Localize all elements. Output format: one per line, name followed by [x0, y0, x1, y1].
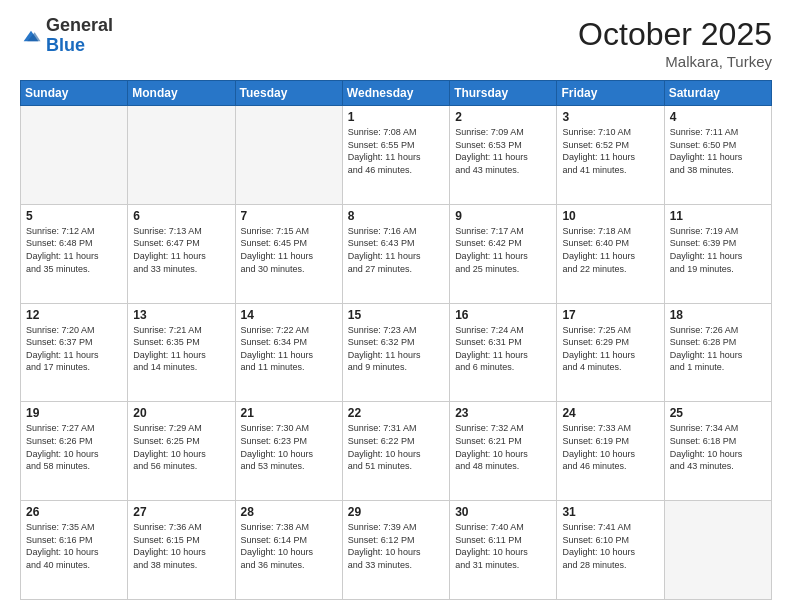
- calendar-cell: 12Sunrise: 7:20 AM Sunset: 6:37 PM Dayli…: [21, 303, 128, 402]
- day-info: Sunrise: 7:36 AM Sunset: 6:15 PM Dayligh…: [133, 521, 229, 571]
- day-info: Sunrise: 7:33 AM Sunset: 6:19 PM Dayligh…: [562, 422, 658, 472]
- calendar-cell: 14Sunrise: 7:22 AM Sunset: 6:34 PM Dayli…: [235, 303, 342, 402]
- day-info: Sunrise: 7:21 AM Sunset: 6:35 PM Dayligh…: [133, 324, 229, 374]
- calendar-cell: 27Sunrise: 7:36 AM Sunset: 6:15 PM Dayli…: [128, 501, 235, 600]
- calendar-table: SundayMondayTuesdayWednesdayThursdayFrid…: [20, 80, 772, 600]
- day-number: 20: [133, 406, 229, 420]
- day-number: 7: [241, 209, 337, 223]
- day-number: 28: [241, 505, 337, 519]
- calendar-cell: 26Sunrise: 7:35 AM Sunset: 6:16 PM Dayli…: [21, 501, 128, 600]
- calendar-cell: 3Sunrise: 7:10 AM Sunset: 6:52 PM Daylig…: [557, 106, 664, 205]
- calendar-cell: [235, 106, 342, 205]
- calendar-cell: [664, 501, 771, 600]
- day-info: Sunrise: 7:39 AM Sunset: 6:12 PM Dayligh…: [348, 521, 444, 571]
- day-info: Sunrise: 7:22 AM Sunset: 6:34 PM Dayligh…: [241, 324, 337, 374]
- day-number: 22: [348, 406, 444, 420]
- day-number: 13: [133, 308, 229, 322]
- day-number: 18: [670, 308, 766, 322]
- day-info: Sunrise: 7:25 AM Sunset: 6:29 PM Dayligh…: [562, 324, 658, 374]
- day-number: 4: [670, 110, 766, 124]
- calendar-cell: [21, 106, 128, 205]
- calendar-cell: 28Sunrise: 7:38 AM Sunset: 6:14 PM Dayli…: [235, 501, 342, 600]
- day-info: Sunrise: 7:40 AM Sunset: 6:11 PM Dayligh…: [455, 521, 551, 571]
- page: General Blue October 2025 Malkara, Turke…: [0, 0, 792, 612]
- day-number: 26: [26, 505, 122, 519]
- day-number: 14: [241, 308, 337, 322]
- day-info: Sunrise: 7:41 AM Sunset: 6:10 PM Dayligh…: [562, 521, 658, 571]
- day-number: 8: [348, 209, 444, 223]
- calendar-cell: 13Sunrise: 7:21 AM Sunset: 6:35 PM Dayli…: [128, 303, 235, 402]
- day-info: Sunrise: 7:26 AM Sunset: 6:28 PM Dayligh…: [670, 324, 766, 374]
- logo-blue-text: Blue: [46, 36, 113, 56]
- day-number: 23: [455, 406, 551, 420]
- day-number: 24: [562, 406, 658, 420]
- col-header-tuesday: Tuesday: [235, 81, 342, 106]
- day-info: Sunrise: 7:38 AM Sunset: 6:14 PM Dayligh…: [241, 521, 337, 571]
- day-number: 16: [455, 308, 551, 322]
- day-info: Sunrise: 7:31 AM Sunset: 6:22 PM Dayligh…: [348, 422, 444, 472]
- day-info: Sunrise: 7:32 AM Sunset: 6:21 PM Dayligh…: [455, 422, 551, 472]
- day-number: 15: [348, 308, 444, 322]
- month-title: October 2025: [578, 16, 772, 53]
- location: Malkara, Turkey: [578, 53, 772, 70]
- col-header-monday: Monday: [128, 81, 235, 106]
- calendar-cell: [128, 106, 235, 205]
- calendar-week-row: 1Sunrise: 7:08 AM Sunset: 6:55 PM Daylig…: [21, 106, 772, 205]
- day-number: 21: [241, 406, 337, 420]
- calendar-cell: 2Sunrise: 7:09 AM Sunset: 6:53 PM Daylig…: [450, 106, 557, 205]
- day-number: 31: [562, 505, 658, 519]
- calendar-cell: 8Sunrise: 7:16 AM Sunset: 6:43 PM Daylig…: [342, 204, 449, 303]
- col-header-friday: Friday: [557, 81, 664, 106]
- logo: General Blue: [20, 16, 113, 56]
- day-number: 29: [348, 505, 444, 519]
- calendar-week-row: 26Sunrise: 7:35 AM Sunset: 6:16 PM Dayli…: [21, 501, 772, 600]
- day-number: 6: [133, 209, 229, 223]
- col-header-sunday: Sunday: [21, 81, 128, 106]
- day-info: Sunrise: 7:17 AM Sunset: 6:42 PM Dayligh…: [455, 225, 551, 275]
- title-block: October 2025 Malkara, Turkey: [578, 16, 772, 70]
- calendar-cell: 10Sunrise: 7:18 AM Sunset: 6:40 PM Dayli…: [557, 204, 664, 303]
- day-info: Sunrise: 7:10 AM Sunset: 6:52 PM Dayligh…: [562, 126, 658, 176]
- calendar-cell: 5Sunrise: 7:12 AM Sunset: 6:48 PM Daylig…: [21, 204, 128, 303]
- day-number: 5: [26, 209, 122, 223]
- calendar-cell: 19Sunrise: 7:27 AM Sunset: 6:26 PM Dayli…: [21, 402, 128, 501]
- calendar-cell: 16Sunrise: 7:24 AM Sunset: 6:31 PM Dayli…: [450, 303, 557, 402]
- day-info: Sunrise: 7:12 AM Sunset: 6:48 PM Dayligh…: [26, 225, 122, 275]
- logo-text: General Blue: [46, 16, 113, 56]
- day-info: Sunrise: 7:24 AM Sunset: 6:31 PM Dayligh…: [455, 324, 551, 374]
- day-info: Sunrise: 7:09 AM Sunset: 6:53 PM Dayligh…: [455, 126, 551, 176]
- calendar-cell: 17Sunrise: 7:25 AM Sunset: 6:29 PM Dayli…: [557, 303, 664, 402]
- col-header-saturday: Saturday: [664, 81, 771, 106]
- day-number: 17: [562, 308, 658, 322]
- calendar-cell: 7Sunrise: 7:15 AM Sunset: 6:45 PM Daylig…: [235, 204, 342, 303]
- calendar-cell: 23Sunrise: 7:32 AM Sunset: 6:21 PM Dayli…: [450, 402, 557, 501]
- calendar-week-row: 19Sunrise: 7:27 AM Sunset: 6:26 PM Dayli…: [21, 402, 772, 501]
- day-number: 30: [455, 505, 551, 519]
- calendar-cell: 11Sunrise: 7:19 AM Sunset: 6:39 PM Dayli…: [664, 204, 771, 303]
- day-number: 19: [26, 406, 122, 420]
- day-info: Sunrise: 7:15 AM Sunset: 6:45 PM Dayligh…: [241, 225, 337, 275]
- day-info: Sunrise: 7:30 AM Sunset: 6:23 PM Dayligh…: [241, 422, 337, 472]
- calendar-header-row: SundayMondayTuesdayWednesdayThursdayFrid…: [21, 81, 772, 106]
- logo-icon: [20, 25, 42, 47]
- day-info: Sunrise: 7:11 AM Sunset: 6:50 PM Dayligh…: [670, 126, 766, 176]
- day-info: Sunrise: 7:08 AM Sunset: 6:55 PM Dayligh…: [348, 126, 444, 176]
- col-header-thursday: Thursday: [450, 81, 557, 106]
- logo-general-text: General: [46, 16, 113, 36]
- day-number: 9: [455, 209, 551, 223]
- day-info: Sunrise: 7:19 AM Sunset: 6:39 PM Dayligh…: [670, 225, 766, 275]
- day-number: 25: [670, 406, 766, 420]
- day-info: Sunrise: 7:35 AM Sunset: 6:16 PM Dayligh…: [26, 521, 122, 571]
- calendar-week-row: 12Sunrise: 7:20 AM Sunset: 6:37 PM Dayli…: [21, 303, 772, 402]
- day-info: Sunrise: 7:16 AM Sunset: 6:43 PM Dayligh…: [348, 225, 444, 275]
- calendar-cell: 9Sunrise: 7:17 AM Sunset: 6:42 PM Daylig…: [450, 204, 557, 303]
- calendar-cell: 4Sunrise: 7:11 AM Sunset: 6:50 PM Daylig…: [664, 106, 771, 205]
- calendar-cell: 21Sunrise: 7:30 AM Sunset: 6:23 PM Dayli…: [235, 402, 342, 501]
- calendar-cell: 20Sunrise: 7:29 AM Sunset: 6:25 PM Dayli…: [128, 402, 235, 501]
- calendar-cell: 31Sunrise: 7:41 AM Sunset: 6:10 PM Dayli…: [557, 501, 664, 600]
- calendar-cell: 1Sunrise: 7:08 AM Sunset: 6:55 PM Daylig…: [342, 106, 449, 205]
- calendar-week-row: 5Sunrise: 7:12 AM Sunset: 6:48 PM Daylig…: [21, 204, 772, 303]
- day-info: Sunrise: 7:13 AM Sunset: 6:47 PM Dayligh…: [133, 225, 229, 275]
- day-number: 3: [562, 110, 658, 124]
- day-number: 12: [26, 308, 122, 322]
